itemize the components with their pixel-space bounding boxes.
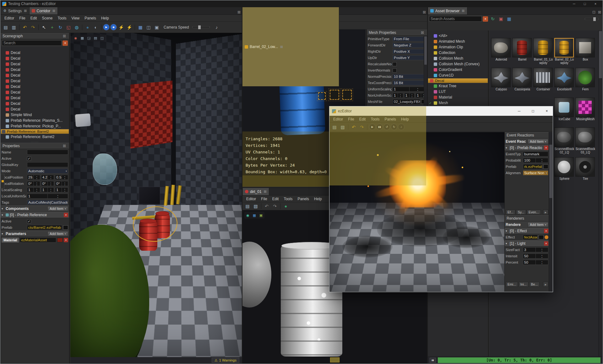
menu-edit[interactable]: Edit xyxy=(28,15,40,21)
maximize-button[interactable]: □ xyxy=(527,106,539,116)
panel-tab-sy[interactable]: Sy... xyxy=(516,210,526,215)
tab-close-icon[interactable]: ⊠ xyxy=(264,190,267,194)
dock-options-icon[interactable]: ⊠ xyxy=(421,10,427,14)
tree-item-decal[interactable]: Decal xyxy=(428,78,488,83)
spinbox[interactable]: 1▴▾ xyxy=(404,93,415,98)
tree-item-mesh[interactable]: ✓Mesh xyxy=(428,100,488,106)
collapsed-panel-tab[interactable] xyxy=(1,174,4,188)
asset-reference[interactable]: fectAsset xyxy=(523,235,538,240)
remove-button[interactable]: × xyxy=(544,146,548,150)
menu-tools[interactable]: Tools xyxy=(281,15,295,21)
spinbox[interactable]: 1▴▾ xyxy=(55,187,68,192)
camera-icon[interactable]: ◉ xyxy=(245,212,251,218)
asset-card-barrel[interactable]: Barrel xyxy=(512,38,532,65)
add-item-button[interactable]: Add Item▾ xyxy=(528,222,548,227)
spinbox[interactable]: 4.25▴▾ xyxy=(41,175,54,180)
save-document-icon[interactable]: ▤ xyxy=(244,22,251,29)
camera-speed-slider[interactable] xyxy=(192,26,210,28)
asset-search-input[interactable] xyxy=(429,16,482,22)
tree-item-prefab-reference-plasma-s[interactable]: Prefab Reference: Plasma_S... xyxy=(1,118,69,123)
thumbnail-size-slider[interactable] xyxy=(585,18,599,20)
asset-card-scannedrock03-lq[interactable]: ScannedRock03_LQ xyxy=(575,127,595,154)
grid-icon[interactable]: ▦ xyxy=(79,35,85,41)
panel-tab-be[interactable]: Be... xyxy=(529,282,540,287)
grid-icon[interactable]: ▦ xyxy=(252,212,257,218)
new-document-icon[interactable]: ▤ xyxy=(2,24,9,31)
material-reference[interactable]: ezMaterialAsset xyxy=(20,238,56,243)
spin-arrows[interactable]: ▴▾ xyxy=(47,175,54,179)
menu-file[interactable]: File xyxy=(345,116,356,122)
save-document-icon[interactable]: ▤ xyxy=(331,123,338,131)
restart-icon[interactable]: ↺ xyxy=(383,124,390,130)
spin-arrows[interactable]: ▴▾ xyxy=(62,188,68,192)
spinbox[interactable]: 0°▴▾ xyxy=(27,181,40,186)
spinbox[interactable]: 1▴▾ xyxy=(41,187,54,192)
tree-item-decal[interactable]: Decal xyxy=(1,67,69,72)
browser-settings-icon[interactable]: ▦ xyxy=(505,15,513,23)
renderers-header[interactable]: Renderers xyxy=(505,215,549,222)
tree-item-animation-clip[interactable]: Animation Clip xyxy=(428,44,488,50)
spinbox[interactable]: 1▴▾ xyxy=(393,93,403,98)
asset-card-missingmesh[interactable]: MissingMesh xyxy=(575,98,595,125)
tree-item-colorgradient[interactable]: ColorGradient xyxy=(428,67,488,72)
open-document-icon[interactable]: ▧ xyxy=(339,123,346,131)
text-input[interactable] xyxy=(27,162,68,167)
panel-tab-even[interactable]: Even... xyxy=(527,210,541,215)
tree-item-decal[interactable]: Decal xyxy=(1,50,69,56)
dropdown[interactable]: 10 Bit▾ xyxy=(393,74,426,79)
menu-tools[interactable]: Tools xyxy=(368,116,382,122)
tab-corridor[interactable]: Corridor ⊠ xyxy=(30,7,58,14)
layout-icon[interactable]: ◫ xyxy=(99,35,105,41)
thunderbolt2-icon[interactable]: ⚡ xyxy=(126,24,133,31)
play-icon[interactable]: ▶ xyxy=(369,124,376,130)
asset-card-fern[interactable]: Fern xyxy=(575,68,595,95)
menu-help[interactable]: Help xyxy=(312,15,324,21)
tab-sky[interactable]: Sky ⊠ xyxy=(243,7,264,14)
asset-card-container[interactable]: Container xyxy=(533,68,553,95)
copy-document-icon[interactable]: ▧ xyxy=(252,22,259,29)
tree-item-simple-wind[interactable]: Simple Wind xyxy=(1,112,69,118)
spin-arrows[interactable]: ▴▾ xyxy=(62,181,68,186)
screenshot-icon[interactable]: ▣ xyxy=(258,32,264,37)
asset-card-icecube[interactable]: IceCube xyxy=(554,98,574,125)
dropdown[interactable]: Surface Non▾ xyxy=(523,170,548,175)
play-icon[interactable]: ▶ xyxy=(103,24,110,30)
tree-item-lut[interactable]: LUT xyxy=(428,89,488,94)
tree-item-decal[interactable]: Decal xyxy=(1,56,69,61)
event-reactions-header[interactable]: Event Reactions xyxy=(505,132,549,138)
copy-document-icon[interactable]: ▧ xyxy=(252,202,259,210)
spin-arrows[interactable]: ▴▾ xyxy=(47,188,54,192)
tab-close-icon[interactable]: ⊠ xyxy=(52,9,55,13)
spin-arrows[interactable]: ▴▾ xyxy=(535,254,548,258)
dropdown[interactable]: Positive Y▾ xyxy=(393,55,426,60)
menu-editor[interactable]: Editor xyxy=(331,116,345,122)
undo-icon[interactable]: ↶ xyxy=(263,22,270,29)
tree-item-material[interactable]: Material xyxy=(428,94,488,100)
menu-tools[interactable]: Tools xyxy=(55,15,69,21)
minimize-button[interactable]: ─ xyxy=(513,106,525,116)
spin-arrows[interactable]: ▴▾ xyxy=(33,175,40,179)
scrollbar-thumb[interactable] xyxy=(599,31,602,78)
color-swatch[interactable] xyxy=(57,238,63,242)
tree-item-kraut-tree[interactable]: Kraut Tree xyxy=(428,83,488,89)
spinbox[interactable]: 100▴▾ xyxy=(523,158,548,163)
browse-button[interactable] xyxy=(539,235,544,239)
slider-thumb[interactable] xyxy=(593,17,596,21)
snapshot-icon[interactable]: ▤ xyxy=(93,35,98,41)
spin-arrows[interactable]: ▴▾ xyxy=(409,93,414,98)
menu-panels[interactable]: Panels xyxy=(82,15,99,21)
asset-transform-icon[interactable]: ● xyxy=(282,22,290,29)
spinbox[interactable]: 29.7▴▾ xyxy=(27,175,40,180)
remove-button[interactable]: × xyxy=(544,241,548,246)
collapse-arrow[interactable]: ▾ xyxy=(506,242,509,245)
save-document-icon[interactable]: ▤ xyxy=(244,202,251,210)
menu-edit[interactable]: Edit xyxy=(270,15,281,21)
spinbox[interactable]: 1▴▾ xyxy=(27,194,68,199)
asset-card-cassiopeia[interactable]: Cassiopeia xyxy=(512,68,532,95)
spin-arrows[interactable]: ▴▾ xyxy=(33,181,40,186)
menu-edit[interactable]: Edit xyxy=(270,196,281,202)
selection-handle-gizmo[interactable] xyxy=(342,90,352,100)
camera-icon[interactable]: ◉ xyxy=(73,35,79,41)
undo-icon[interactable]: ↶ xyxy=(21,24,29,31)
tab-scroll-arrow[interactable]: ▸ xyxy=(543,210,548,215)
